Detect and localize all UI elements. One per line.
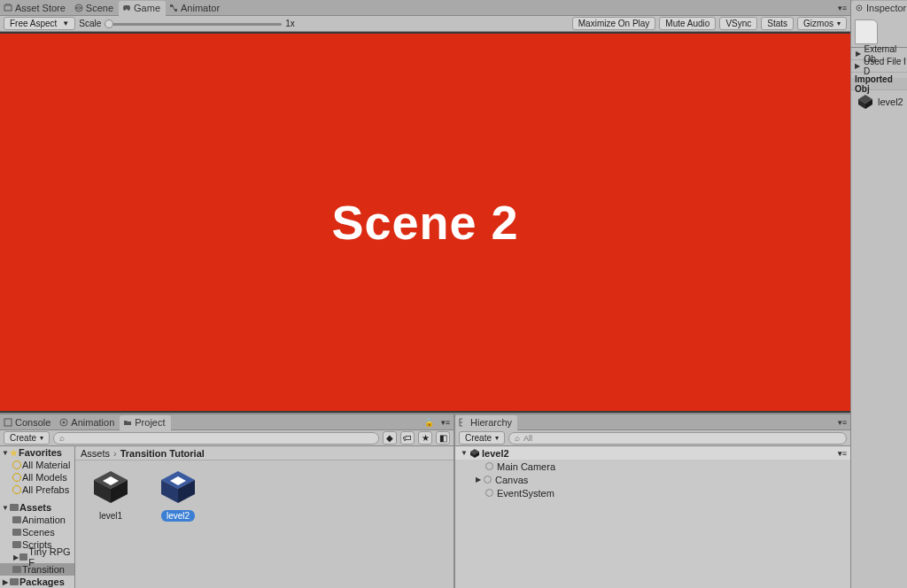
tree-folder[interactable]: Animation: [0, 514, 74, 526]
hidden-packages-button[interactable]: ◧: [436, 431, 450, 445]
tab-label: Animator: [181, 3, 220, 13]
scale-label: Scale: [79, 19, 101, 28]
hierarchy-item[interactable]: Main Camera: [455, 460, 850, 473]
chevron-down-icon: ▼: [62, 19, 69, 27]
tab-label: Asset Store: [15, 3, 66, 13]
tab-asset-store[interactable]: Asset Store: [0, 1, 71, 16]
gameobject-icon: [485, 489, 493, 497]
project-icon: [123, 418, 132, 427]
tab-game[interactable]: Game: [119, 1, 166, 16]
tab-inspector[interactable]: Inspector: [851, 1, 907, 16]
panel-lock-icon[interactable]: 🔒: [421, 418, 438, 427]
aspect-dropdown[interactable]: Free Aspect ▼: [4, 17, 75, 30]
asset-label: level1: [94, 510, 128, 522]
project-tabs: Console Animation Project 🔒 ▾≡: [0, 414, 454, 430]
create-dropdown[interactable]: Create▾: [459, 431, 505, 445]
aspect-label: Free Aspect: [10, 19, 57, 28]
panel-menu-icon[interactable]: ▾≡: [834, 418, 850, 427]
game-view: Scene 2: [0, 32, 850, 413]
stats-toggle[interactable]: Stats: [761, 17, 794, 30]
hierarchy-icon: [459, 418, 468, 427]
search-filter-icon: [12, 485, 21, 494]
hierarchy-tabs: Hierarchy ▾≡: [455, 414, 850, 430]
chevron-down-icon: ▾: [40, 434, 43, 442]
breadcrumb: Assets › Transition Tutorial: [75, 446, 454, 460]
tab-animation[interactable]: Animation: [56, 415, 120, 430]
expand-icon: ▶: [855, 62, 861, 70]
tab-label: Scene: [86, 3, 113, 13]
folder-icon: [12, 516, 21, 523]
crumb-sep-icon: ›: [113, 448, 117, 459]
imported-object[interactable]: level2: [851, 90, 907, 113]
asset-store-icon: [4, 4, 12, 12]
project-search[interactable]: ⌕: [53, 432, 379, 445]
console-icon: [4, 418, 12, 427]
asset-label: level2: [161, 510, 195, 522]
unity-scene-icon: [469, 448, 480, 459]
vsync-toggle[interactable]: VSync: [719, 17, 757, 30]
gameobject-icon: [484, 476, 492, 484]
hierarchy-search[interactable]: ⌕ All: [508, 432, 847, 445]
search-filter-icon: [12, 460, 21, 469]
object-name: level2: [878, 97, 903, 107]
tab-hierarchy[interactable]: Hierarchy: [455, 415, 517, 430]
tab-label: Game: [134, 3, 160, 13]
unity-scene-icon: [90, 469, 131, 505]
folder-icon: [12, 541, 21, 548]
expand-icon: ▶: [2, 578, 9, 586]
tree-folder[interactable]: Scenes: [0, 526, 74, 538]
panel-menu-icon[interactable]: ▾≡: [834, 4, 850, 12]
asset-item-selected[interactable]: level2: [153, 469, 203, 522]
svg-point-6: [63, 422, 66, 424]
crumb-current[interactable]: Transition Tutorial: [120, 448, 205, 459]
scale-value: 1x: [285, 19, 295, 28]
expand-icon: ▶: [12, 553, 19, 561]
scene-overlay-text: Scene 2: [331, 195, 518, 250]
tree-folder-selected[interactable]: Transition: [0, 563, 74, 576]
hierarchy-scene-root[interactable]: ▼ level2 ▾≡: [455, 446, 850, 460]
hierarchy-item[interactable]: EventSystem: [455, 486, 850, 499]
imported-header: Imported Obj: [851, 78, 907, 90]
inspector-field[interactable]: ▶Used File I D: [851, 60, 907, 73]
tab-animator[interactable]: Animator: [166, 1, 225, 16]
gizmos-dropdown[interactable]: Gizmos▾: [797, 17, 847, 30]
game-toolbar: Free Aspect ▼ Scale 1x Maximize On Play …: [0, 16, 850, 32]
scene-name: level2: [482, 448, 509, 459]
filter-by-label-button[interactable]: 🏷: [400, 431, 415, 445]
packages-header[interactable]: ▶ Packages: [0, 576, 74, 588]
gameobject-icon: [485, 462, 493, 470]
animator-icon: [169, 4, 178, 12]
scene-menu-icon[interactable]: ▾≡: [834, 449, 850, 458]
tab-project[interactable]: Project: [120, 415, 170, 430]
asset-item[interactable]: level1: [86, 469, 136, 522]
search-filter-icon: [12, 473, 21, 482]
favorite-filter-button[interactable]: ★: [418, 431, 432, 445]
animation-icon: [59, 418, 68, 427]
search-icon: ⌕: [59, 433, 65, 443]
favorite-item[interactable]: All Material: [0, 459, 74, 471]
svg-rect-4: [4, 419, 12, 426]
tab-console[interactable]: Console: [0, 415, 56, 430]
create-dropdown[interactable]: Create▾: [4, 431, 50, 445]
filter-by-type-button[interactable]: ◆: [383, 431, 397, 445]
hierarchy-tree: ▼ level2 ▾≡ Main Camera ▶Canvas EventSys…: [455, 446, 850, 588]
panel-menu-icon[interactable]: ▾≡: [438, 418, 454, 427]
unity-scene-icon: [857, 94, 874, 110]
hierarchy-item[interactable]: ▶Canvas: [455, 473, 850, 486]
favorite-item[interactable]: All Models: [0, 471, 74, 484]
crumb-root[interactable]: Assets: [81, 448, 110, 459]
scale-slider[interactable]: [105, 18, 282, 30]
mute-toggle[interactable]: Mute Audio: [659, 17, 716, 30]
tree-folder[interactable]: ▶Tiny RPG F: [0, 551, 74, 563]
favorites-header[interactable]: ▼ ★ Favorites: [0, 446, 74, 459]
expand-icon: ▼: [2, 449, 9, 457]
tag-icon: 🏷: [403, 433, 412, 443]
inspector-icon: [855, 4, 864, 12]
maximize-toggle[interactable]: Maximize On Play: [572, 17, 656, 30]
chevron-down-icon: ▾: [495, 434, 499, 442]
filter-icon: ◆: [386, 433, 393, 443]
favorite-item[interactable]: All Prefabs: [0, 484, 74, 496]
assets-header[interactable]: ▼ Assets: [0, 501, 74, 514]
tab-scene[interactable]: Scene: [71, 1, 119, 16]
search-tag: All: [523, 434, 532, 443]
